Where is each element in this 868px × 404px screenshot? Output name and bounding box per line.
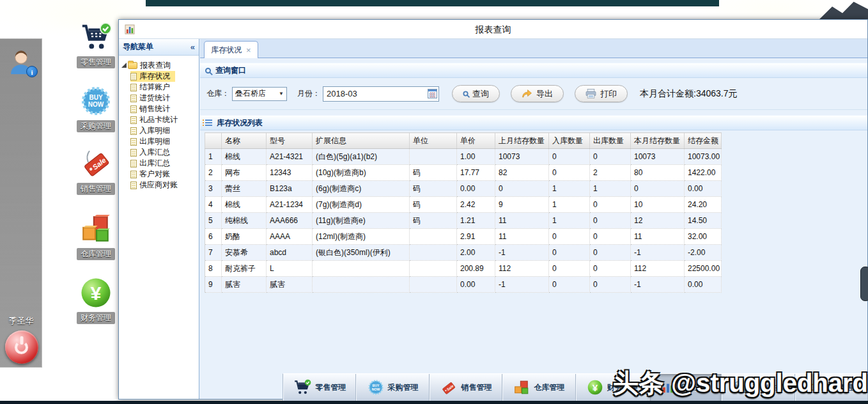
table-cell: 1 bbox=[549, 213, 590, 229]
grid-column-header[interactable]: 单价 bbox=[457, 133, 495, 149]
taskbar-item-warehouse[interactable]: 仓库管理 bbox=[502, 374, 575, 401]
desktop-icon-finance[interactable]: ¥ 财务管理 bbox=[70, 276, 121, 324]
warehouse-value: 叠石桥店 bbox=[235, 88, 279, 99]
table-cell: 腻害 bbox=[267, 277, 313, 293]
nav-tree: 报表查询 库存状况结算账户进货统计销售统计礼品卡统计入库明细出库明细入库汇总出库… bbox=[119, 56, 199, 190]
nav-item-label: 结算账户 bbox=[139, 82, 170, 93]
nav-item-4[interactable]: 礼品卡统计 bbox=[130, 114, 183, 125]
table-cell: AAAA bbox=[267, 229, 313, 245]
table-row[interactable]: 2网布12343(10g)(制造商b)码17.778202801422.00 bbox=[205, 165, 722, 181]
taskbar-item-sales[interactable]: Sale 销售管理 bbox=[430, 374, 502, 401]
tab-inventory-status[interactable]: 库存状况 × bbox=[204, 41, 258, 59]
grid-column-header[interactable]: 名称 bbox=[222, 133, 267, 149]
nav-item-label: 库存状况 bbox=[139, 71, 170, 82]
document-icon bbox=[130, 73, 137, 81]
table-row[interactable]: 8耐克裤子L200.891120011222500.00 bbox=[205, 261, 722, 277]
table-cell: 2 bbox=[205, 165, 222, 181]
table-cell: 0 bbox=[590, 213, 631, 229]
close-icon[interactable]: × bbox=[246, 45, 251, 55]
warehouse-select[interactable]: 叠石桥店 ▼ bbox=[232, 87, 287, 101]
table-row[interactable]: 9腻害腻害0.00-100-10.00 bbox=[205, 277, 722, 293]
table-row[interactable]: 4棉线A21-1234(7g)(制造商d)码2.429101024.20 bbox=[205, 197, 722, 213]
grid-column-header[interactable]: 入库数量 bbox=[549, 133, 590, 149]
tab-label: 库存状况 bbox=[211, 45, 242, 56]
table-cell: -1 bbox=[631, 277, 685, 293]
export-button[interactable]: 导出 bbox=[511, 85, 564, 102]
document-icon bbox=[130, 116, 137, 124]
grid-column-header[interactable]: 出库数量 bbox=[590, 133, 631, 149]
grid-column-header[interactable]: 扩展信息 bbox=[313, 133, 410, 149]
navigation-panel: 导航菜单 « 报表查询 库存状况结算账户进货统计销售统计礼品卡统计入库明细出库明… bbox=[119, 39, 199, 399]
table-cell: 11 bbox=[495, 229, 549, 245]
desktop-icon-label: 仓库管理 bbox=[77, 248, 115, 260]
grid-column-header[interactable]: 本月结存数量 bbox=[631, 133, 685, 149]
document-icon bbox=[130, 182, 137, 189]
svg-text:NOW: NOW bbox=[371, 387, 380, 391]
desktop-icon-warehouse[interactable]: 仓库管理 bbox=[70, 212, 121, 260]
query-button[interactable]: 查询 bbox=[452, 85, 500, 102]
nav-item-9[interactable]: 客户对账 bbox=[130, 169, 175, 180]
desktop-icon-retail[interactable]: 零售管理 bbox=[70, 20, 121, 68]
nav-item-1[interactable]: 结算账户 bbox=[130, 82, 175, 93]
grid-column-header[interactable]: 单位 bbox=[410, 133, 457, 149]
calendar-icon[interactable] bbox=[428, 89, 437, 98]
table-cell: 棉线 bbox=[222, 149, 267, 165]
nav-item-0[interactable]: 库存状况 bbox=[130, 71, 175, 82]
table-row[interactable]: 3蕾丝B123a(6g)(制造商c)码0.0001100.00 bbox=[205, 181, 722, 197]
search-icon bbox=[463, 91, 468, 96]
collapse-icon[interactable]: « bbox=[190, 42, 195, 52]
grid-column-header[interactable]: 型号 bbox=[267, 133, 313, 149]
svg-text:¥: ¥ bbox=[592, 382, 598, 393]
table-cell bbox=[410, 277, 457, 293]
table-cell: (12ml)(制造商) bbox=[313, 229, 410, 245]
document-icon bbox=[130, 149, 137, 157]
chevron-down-icon: ▼ bbox=[279, 91, 284, 97]
query-panel-title: 查询窗口 bbox=[215, 65, 246, 76]
nav-item-6[interactable]: 出库明细 bbox=[130, 136, 175, 147]
table-row[interactable]: 7安慕希abcd(银白色)(350ml)(伊利)2.00-100-1-2.00 bbox=[205, 245, 722, 261]
table-row[interactable]: 6奶酪AAAA(12ml)(制造商)2.9111001132.00 bbox=[205, 229, 722, 245]
nav-item-7[interactable]: 入库汇总 bbox=[130, 147, 175, 158]
table-cell: 0.00 bbox=[685, 277, 722, 293]
search-icon bbox=[205, 68, 211, 74]
print-button[interactable]: 打印 bbox=[575, 85, 628, 102]
boxes-icon bbox=[70, 212, 121, 245]
nav-root-folder[interactable]: 报表查询 bbox=[121, 59, 198, 71]
nav-item-10[interactable]: 供应商对账 bbox=[130, 180, 183, 190]
month-input[interactable] bbox=[323, 86, 439, 102]
grid-column-header[interactable] bbox=[205, 133, 222, 149]
table-row[interactable]: 5纯棉线AAA666(11g)(制造商e)码1.2111101214.50 bbox=[205, 213, 722, 229]
table-cell: 1 bbox=[205, 149, 222, 165]
table-cell: 码 bbox=[410, 213, 457, 229]
desktop-icon-purchase[interactable]: BUY NOW 采购管理 bbox=[70, 84, 121, 132]
nav-item-2[interactable]: 进货统计 bbox=[130, 93, 175, 104]
grid-column-header[interactable]: 上月结存数量 bbox=[495, 133, 549, 149]
grid-column-header[interactable]: 结存金额 bbox=[685, 133, 722, 149]
nav-root-label: 报表查询 bbox=[140, 60, 171, 71]
printer-icon bbox=[585, 89, 596, 98]
table-cell: 1422.00 bbox=[685, 165, 722, 181]
table-cell: 码 bbox=[410, 197, 457, 213]
nav-item-8[interactable]: 出库汇总 bbox=[130, 158, 175, 169]
table-row[interactable]: 1棉线A21-4321(白色)(5g)(a1)(b2)1.00100730010… bbox=[205, 149, 722, 165]
nav-item-label: 礼品卡统计 bbox=[139, 114, 178, 125]
tree-expand-icon[interactable] bbox=[121, 63, 127, 68]
query-form: 仓库： 叠石桥店 ▼ 月份： 查询 导出 bbox=[200, 78, 867, 110]
nav-item-3[interactable]: 销售统计 bbox=[130, 104, 175, 114]
nav-item-5[interactable]: 入库明细 bbox=[130, 125, 175, 136]
power-button[interactable] bbox=[5, 330, 38, 364]
taskbar-item-purchase[interactable]: BUY NOW 采购管理 bbox=[356, 374, 429, 401]
desktop-icon-sales[interactable]: Sale 销售管理 bbox=[70, 147, 121, 195]
user-avatar[interactable]: i bbox=[6, 47, 36, 79]
table-cell: 4 bbox=[205, 197, 222, 213]
table-cell: 0 bbox=[549, 277, 590, 293]
table-cell: 10 bbox=[631, 197, 685, 213]
document-icon bbox=[130, 138, 137, 146]
table-cell: 0 bbox=[590, 277, 631, 293]
scrollbar-thumb[interactable] bbox=[860, 267, 868, 301]
table-cell: 7 bbox=[205, 245, 222, 261]
table-cell: (10g)(制造商b) bbox=[313, 165, 410, 181]
report-window: 报表查询 导航菜单 « 报表查询 库存状况结算账户进货统计销售统计礼品卡统计入库… bbox=[118, 19, 868, 400]
table-cell: -1 bbox=[495, 245, 549, 261]
taskbar-item-retail[interactable]: 零售管理 bbox=[283, 374, 356, 401]
